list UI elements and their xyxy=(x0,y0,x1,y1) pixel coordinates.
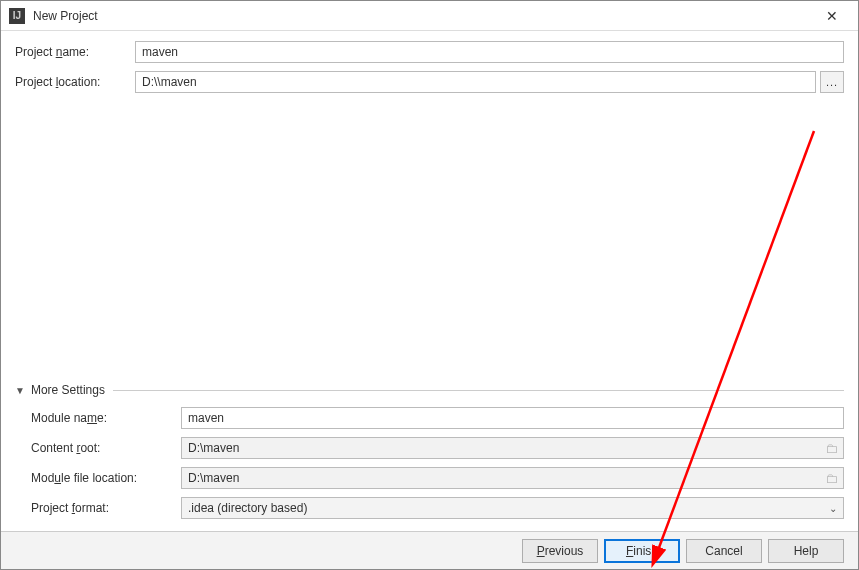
browse-location-button[interactable]: ... xyxy=(820,71,844,93)
window-title: New Project xyxy=(33,9,812,23)
project-location-row: Project location: ... xyxy=(15,71,844,93)
project-format-label: Project format: xyxy=(31,501,181,515)
dialog-content: Project name: Project location: ... ▼ Mo… xyxy=(1,31,858,531)
module-file-location-row: Module file location: 🗀 xyxy=(31,467,844,489)
module-file-location-label: Module file location: xyxy=(31,471,181,485)
close-icon: ✕ xyxy=(826,8,838,24)
module-name-label: Module name: xyxy=(31,411,181,425)
module-file-location-input[interactable] xyxy=(181,467,844,489)
module-name-row: Module name: xyxy=(31,407,844,429)
cancel-button[interactable]: Cancel xyxy=(686,539,762,563)
content-root-input[interactable] xyxy=(181,437,844,459)
titlebar: IJ New Project ✕ xyxy=(1,1,858,31)
help-button[interactable]: Help xyxy=(768,539,844,563)
project-format-row: Project format: .idea (directory based) … xyxy=(31,497,844,519)
previous-button[interactable]: Previous xyxy=(522,539,598,563)
more-settings-label: More Settings xyxy=(31,383,105,397)
close-button[interactable]: ✕ xyxy=(812,2,852,30)
intellij-icon: IJ xyxy=(9,8,25,24)
content-spacer xyxy=(15,101,844,377)
more-settings-block: Module name: Content root: 🗀 Module file… xyxy=(15,407,844,527)
content-root-label: Content root: xyxy=(31,441,181,455)
chevron-down-icon: ▼ xyxy=(15,385,25,396)
project-location-label: Project location: xyxy=(15,75,135,89)
section-divider xyxy=(113,390,844,391)
chevron-down-icon: ⌄ xyxy=(829,503,837,514)
project-name-label: Project name: xyxy=(15,45,135,59)
project-name-input[interactable] xyxy=(135,41,844,63)
new-project-dialog: IJ New Project ✕ Project name: Project l… xyxy=(0,0,859,570)
project-location-input[interactable] xyxy=(135,71,816,93)
more-settings-header[interactable]: ▼ More Settings xyxy=(15,383,844,397)
project-format-value: .idea (directory based) xyxy=(188,501,307,515)
module-name-input[interactable] xyxy=(181,407,844,429)
finish-button[interactable]: Finish xyxy=(604,539,680,563)
project-format-dropdown[interactable]: .idea (directory based) ⌄ xyxy=(181,497,844,519)
project-name-row: Project name: xyxy=(15,41,844,63)
dialog-footer: Previous Finish Cancel Help xyxy=(1,531,858,569)
content-root-row: Content root: 🗀 xyxy=(31,437,844,459)
